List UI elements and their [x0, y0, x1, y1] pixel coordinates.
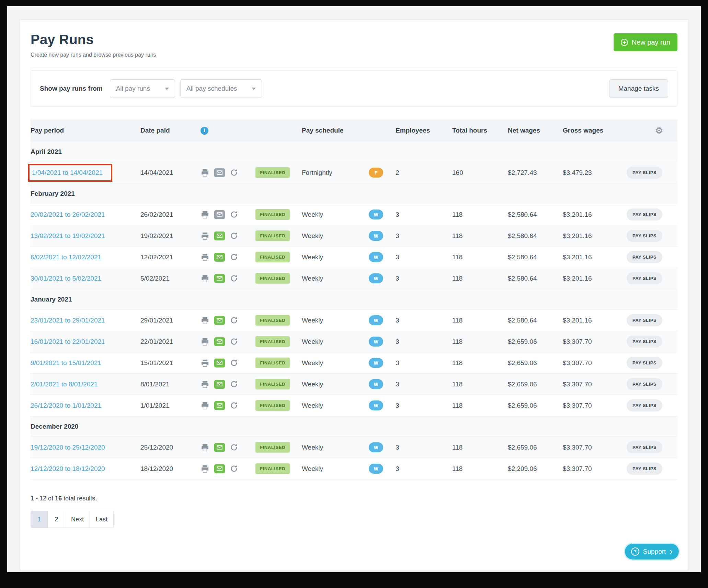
- email-icon[interactable]: [214, 337, 225, 346]
- support-button[interactable]: ? Support ›: [625, 544, 679, 559]
- new-pay-run-button[interactable]: + New pay run: [614, 33, 677, 51]
- page-title: Pay Runs: [31, 32, 677, 47]
- col-header-net-wages: Net wages: [508, 127, 563, 134]
- table-body: April 20211/04/2021 to 14/04/202114/04/2…: [31, 142, 677, 479]
- print-icon[interactable]: [201, 232, 209, 240]
- refresh-icon[interactable]: [230, 359, 238, 367]
- print-icon[interactable]: [201, 465, 209, 473]
- page-last[interactable]: Last: [90, 511, 113, 528]
- pay-period-link[interactable]: 30/01/2021 to 5/02/2021: [31, 275, 101, 282]
- email-icon[interactable]: [214, 359, 225, 368]
- schedule-letter-badge: W: [369, 273, 383, 283]
- gear-icon[interactable]: ⚙: [655, 126, 663, 135]
- pay-slips-button[interactable]: PAY SLIPS: [627, 378, 662, 390]
- pay-slips-button[interactable]: PAY SLIPS: [627, 357, 662, 369]
- pay-slips-button[interactable]: PAY SLIPS: [627, 463, 662, 475]
- pay-period-link[interactable]: 9/01/2021 to 15/01/2021: [31, 359, 101, 366]
- row-actions-cell: [201, 401, 255, 410]
- schedule-letter-badge: W: [369, 464, 383, 474]
- page-next[interactable]: Next: [65, 511, 90, 528]
- info-icon[interactable]: i: [201, 127, 208, 135]
- email-icon[interactable]: [214, 168, 225, 177]
- pay-schedules-filter-dropdown[interactable]: All pay schedules: [180, 79, 262, 98]
- status-cell: FINALISED: [255, 167, 302, 178]
- pay-period-link[interactable]: 12/12/2020 to 18/12/2020: [31, 465, 105, 472]
- print-icon[interactable]: [201, 443, 209, 452]
- pay-period-link[interactable]: 2/01/2021 to 8/01/2021: [31, 381, 98, 388]
- status-badge: FINALISED: [255, 400, 290, 411]
- print-icon[interactable]: [201, 338, 209, 346]
- gross-wages-cell: $3,307.70: [563, 359, 623, 367]
- date-paid-cell: 22/01/2021: [140, 338, 201, 346]
- schedule-badge-cell: W: [369, 442, 396, 452]
- filter-bar: Show pay runs from All pay runs All pay …: [31, 70, 677, 107]
- email-icon[interactable]: [214, 231, 225, 240]
- email-icon[interactable]: [214, 253, 225, 262]
- status-cell: FINALISED: [255, 209, 302, 220]
- month-group-label: April 2021: [31, 148, 62, 156]
- print-icon[interactable]: [201, 253, 209, 261]
- pay-schedule-cell: Weekly: [302, 275, 369, 282]
- page-2[interactable]: 2: [48, 511, 65, 528]
- refresh-icon[interactable]: [230, 253, 238, 261]
- support-label: Support: [643, 548, 666, 555]
- pay-schedule-cell: Weekly: [302, 402, 369, 409]
- refresh-icon[interactable]: [230, 380, 238, 388]
- pay-slips-button[interactable]: PAY SLIPS: [627, 272, 662, 284]
- email-icon[interactable]: [214, 210, 225, 219]
- pay-period-link[interactable]: 16/01/2021 to 22/01/2021: [31, 338, 105, 345]
- col-header-pay-period: Pay period: [31, 127, 140, 134]
- pay-period-link[interactable]: 26/12/2020 to 1/01/2021: [31, 402, 101, 409]
- print-icon[interactable]: [201, 274, 209, 283]
- email-icon[interactable]: [214, 464, 225, 473]
- pay-schedules-filter-value: All pay schedules: [186, 85, 237, 92]
- total-hours-cell: 118: [452, 359, 508, 367]
- pay-period-link[interactable]: 6/02/2021 to 12/02/2021: [31, 253, 101, 261]
- refresh-icon[interactable]: [230, 401, 238, 410]
- page-1[interactable]: 1: [31, 511, 48, 528]
- pay-period-link[interactable]: 1/04/2021 to 14/04/2021: [32, 169, 103, 176]
- pay-slips-button[interactable]: PAY SLIPS: [627, 251, 662, 263]
- refresh-icon[interactable]: [230, 231, 238, 240]
- print-icon[interactable]: [201, 211, 209, 219]
- email-icon[interactable]: [214, 380, 225, 389]
- pay-slips-button[interactable]: PAY SLIPS: [627, 230, 662, 242]
- print-icon[interactable]: [201, 359, 209, 367]
- pay-slips-button[interactable]: PAY SLIPS: [627, 208, 662, 220]
- pay-slips-button[interactable]: PAY SLIPS: [627, 314, 662, 326]
- pay-slips-button[interactable]: PAY SLIPS: [627, 167, 662, 179]
- print-icon[interactable]: [201, 402, 209, 410]
- refresh-icon[interactable]: [230, 274, 238, 283]
- pay-period-cell: 9/01/2021 to 15/01/2021: [31, 359, 140, 367]
- refresh-icon[interactable]: [230, 443, 238, 452]
- print-icon[interactable]: [201, 316, 209, 325]
- row-actions-cell: [201, 443, 255, 452]
- pay-slips-button[interactable]: PAY SLIPS: [627, 399, 662, 411]
- col-header-actions: i: [201, 127, 255, 135]
- refresh-icon[interactable]: [230, 168, 238, 177]
- net-wages-cell: $2,580.64: [508, 317, 563, 324]
- refresh-icon[interactable]: [230, 210, 238, 219]
- date-paid-cell: 5/02/2021: [140, 275, 201, 282]
- pay-slips-button[interactable]: PAY SLIPS: [627, 441, 662, 453]
- manage-tasks-button[interactable]: Manage tasks: [609, 79, 668, 98]
- pay-slips-button[interactable]: PAY SLIPS: [627, 336, 662, 348]
- email-icon[interactable]: [214, 443, 225, 452]
- email-icon[interactable]: [214, 316, 225, 325]
- refresh-icon[interactable]: [230, 337, 238, 346]
- pay-period-link[interactable]: 23/01/2021 to 29/01/2021: [31, 317, 105, 324]
- pay-schedule-cell: Weekly: [302, 317, 369, 324]
- pay-period-link[interactable]: 20/02/2021 to 26/02/2021: [31, 211, 105, 218]
- pay-runs-filter-dropdown[interactable]: All pay runs: [110, 79, 175, 98]
- email-icon[interactable]: [214, 274, 225, 283]
- row-actions-cell: [201, 210, 255, 219]
- pay-period-link[interactable]: 19/12/2020 to 25/12/2020: [31, 444, 105, 451]
- refresh-icon[interactable]: [230, 316, 238, 325]
- print-icon[interactable]: [201, 380, 209, 388]
- email-icon[interactable]: [214, 401, 225, 410]
- refresh-icon[interactable]: [230, 464, 238, 473]
- schedule-letter-badge: W: [369, 379, 383, 389]
- print-icon[interactable]: [201, 169, 209, 177]
- date-paid-cell: 26/02/2021: [140, 211, 201, 218]
- pay-period-link[interactable]: 13/02/2021 to 19/02/2021: [31, 232, 105, 239]
